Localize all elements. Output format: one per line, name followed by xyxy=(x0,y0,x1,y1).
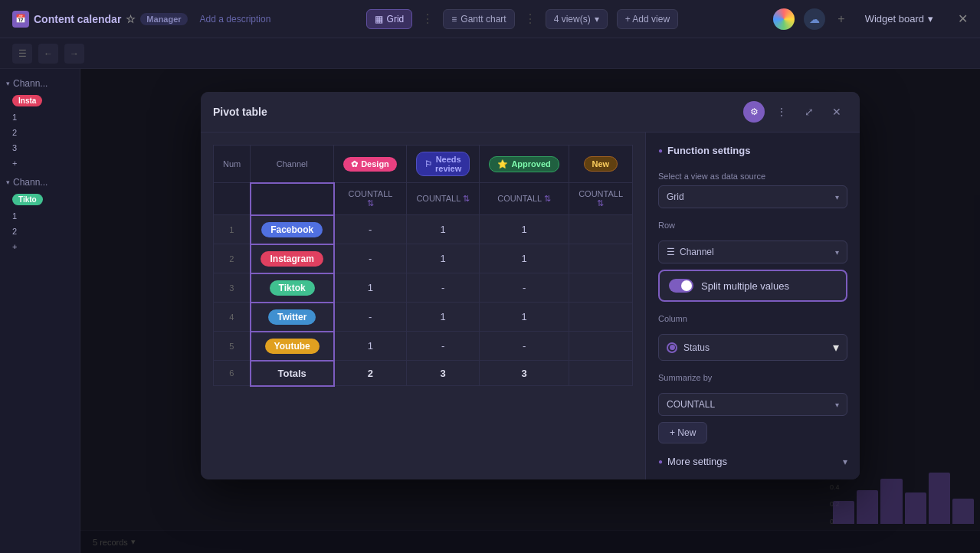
app-title-text: Content calendar xyxy=(34,13,121,25)
pivot-expand-btn[interactable]: ⤢ xyxy=(798,101,820,123)
subheader-countall-4: COUNTALL ⇅ xyxy=(569,183,632,215)
chevron-down-icon-summarize: ▾ xyxy=(835,401,839,409)
channel-cell-5: Youtube xyxy=(251,332,334,361)
row-icon: ☰ xyxy=(667,247,675,257)
cell-instagram-new xyxy=(569,244,632,273)
cell-facebook-new xyxy=(569,215,632,244)
row-num-2: 2 xyxy=(214,244,251,273)
gantt-view-btn[interactable]: ≡ Gantt chart xyxy=(443,9,514,29)
facebook-label: Facebook xyxy=(261,222,323,237)
split-toggle-label: Split multiple values xyxy=(701,280,789,292)
sidebar-group-header-1[interactable]: ▾ Chann... xyxy=(0,75,80,92)
row-select[interactable]: ☰ Channel ▾ xyxy=(658,241,847,263)
pivot-table: Num Channel ✿ Design xyxy=(213,145,633,387)
subheader-channel xyxy=(251,183,334,215)
sidebar: ▾ Chann... Insta 1 2 3 + ▾ Chann... Tikt… xyxy=(0,69,80,553)
hamburger-btn[interactable]: ☰ xyxy=(12,44,32,64)
nav-fwd-btn[interactable]: → xyxy=(64,44,84,64)
youtube-label: Youtube xyxy=(265,339,320,354)
sidebar-add-1[interactable]: + xyxy=(0,155,80,171)
summarize-select[interactable]: COUNTALL ▾ xyxy=(658,393,847,416)
views-count-btn[interactable]: 4 view(s) ▾ xyxy=(546,9,608,29)
more-settings-row[interactable]: More settings ▾ xyxy=(658,456,847,467)
chevron-down-icon: ▾ xyxy=(6,80,10,87)
tiktok-badge: Tikto xyxy=(12,194,43,205)
subheader-num xyxy=(214,183,251,215)
row-num-6: 6 xyxy=(214,361,251,386)
sidebar-row-5[interactable]: 2 xyxy=(0,224,80,239)
cell-instagram-design: - xyxy=(334,244,407,273)
add-view-btn[interactable]: + Add view xyxy=(617,9,678,29)
column-section: Column Status ▾ xyxy=(658,314,847,361)
col-header-needs-review: ⚐ Needs review xyxy=(406,146,479,183)
sidebar-item-instagram[interactable]: Insta xyxy=(0,92,80,110)
status-select-row[interactable]: Status ▾ xyxy=(658,334,847,361)
cloud-icon[interactable]: ☁ xyxy=(804,8,825,30)
data-source-select[interactable]: Grid ▾ xyxy=(658,185,847,208)
grid-icon: ▦ xyxy=(375,14,383,25)
sidebar-row-2[interactable]: 2 xyxy=(0,125,80,140)
pivot-close-btn[interactable]: ✕ xyxy=(826,101,847,123)
row-num-1: 1 xyxy=(214,215,251,244)
modal-overlay: Pivot table ⚙ ⋮ ⤢ ✕ xyxy=(80,69,980,553)
content-area: 0.6 0.4 0.2 0 Pivot table ⚙ ⋮ xyxy=(80,69,980,553)
grid-view-btn[interactable]: ▦ Grid xyxy=(366,9,413,29)
split-toggle[interactable] xyxy=(669,279,693,293)
widget-board-btn[interactable]: Widget board ▾ xyxy=(857,10,941,28)
cell-tiktok-approved: - xyxy=(480,273,569,303)
nav-back-btn[interactable]: ← xyxy=(38,44,58,64)
add-widget-btn[interactable]: + xyxy=(837,12,844,26)
channel-cell-1: Facebook xyxy=(251,215,334,244)
twitter-label: Twitter xyxy=(268,309,316,325)
channel-cell-totals: Totals xyxy=(251,361,334,386)
cell-totals-needs-review: 3 xyxy=(406,361,479,386)
sidebar-item-tiktok[interactable]: Tikto xyxy=(0,191,80,208)
row-num-5: 5 xyxy=(214,332,251,361)
app-close-btn[interactable]: ✕ xyxy=(958,11,968,26)
grid-more-icon[interactable]: ⋮ xyxy=(421,11,434,26)
sidebar-row-1[interactable]: 1 xyxy=(0,110,80,125)
col-header-new: New xyxy=(569,146,632,183)
cell-twitter-approved: 1 xyxy=(480,303,569,332)
cell-youtube-design: 1 xyxy=(334,332,407,361)
function-settings-title: Function settings xyxy=(658,145,847,156)
row-num-4: 4 xyxy=(214,303,251,332)
cell-youtube-needs-review: - xyxy=(406,332,479,361)
chevron-down-icon-row: ▾ xyxy=(835,248,839,257)
pivot-table-area: Num Channel ✿ Design xyxy=(201,133,645,479)
pivot-more-btn[interactable]: ⋮ xyxy=(771,101,792,123)
pivot-settings-btn[interactable]: ⚙ xyxy=(743,101,765,123)
widget-chevron-icon: ▾ xyxy=(928,13,933,25)
table-row: 4 Twitter - 1 1 xyxy=(214,303,633,332)
cell-tiktok-new xyxy=(569,273,632,303)
summarize-section: Summarize by COUNTALL ▾ + New xyxy=(658,373,847,443)
col-header-channel: Channel xyxy=(251,146,334,183)
col-header-approved: ⭐ Approved xyxy=(480,146,569,183)
gantt-more-icon[interactable]: ⋮ xyxy=(524,11,536,26)
settings-panel: Function settings Select a view as data … xyxy=(645,133,860,479)
cell-instagram-approved: 1 xyxy=(480,244,569,273)
row-num-3: 3 xyxy=(214,273,251,303)
app-topbar: 📅 Content calendar ☆ Manager Add a descr… xyxy=(0,0,980,38)
sidebar-row-3[interactable]: 3 xyxy=(0,140,80,155)
status-select-label: Status xyxy=(683,342,827,353)
gantt-icon: ≡ xyxy=(451,14,457,25)
manager-badge: Manager xyxy=(140,13,187,25)
sidebar-group-header-2[interactable]: ▾ Chann... xyxy=(0,174,80,191)
app-description[interactable]: Add a description xyxy=(200,14,271,25)
chevron-down-icon-col: ▾ xyxy=(833,340,839,355)
new-button[interactable]: + New xyxy=(658,422,707,443)
color-picker-icon[interactable] xyxy=(773,8,795,30)
sidebar-add-2[interactable]: + xyxy=(0,239,80,254)
sidebar-row-4[interactable]: 1 xyxy=(0,208,80,224)
pivot-header-icons: ⚙ ⋮ ⤢ ✕ xyxy=(743,101,847,123)
cell-youtube-new xyxy=(569,332,632,361)
cell-tiktok-design: 1 xyxy=(334,273,407,303)
cell-twitter-design: - xyxy=(334,303,407,332)
summarize-label: Summarize by xyxy=(658,373,847,382)
sidebar-group-1: ▾ Chann... Insta 1 2 3 + xyxy=(0,75,80,171)
chevron-down-icon: ▾ xyxy=(835,193,839,201)
table-row: 2 Instagram - 1 1 xyxy=(214,244,633,273)
app-icon: 📅 xyxy=(12,11,29,28)
chevron-down-icon-2: ▾ xyxy=(6,178,10,186)
